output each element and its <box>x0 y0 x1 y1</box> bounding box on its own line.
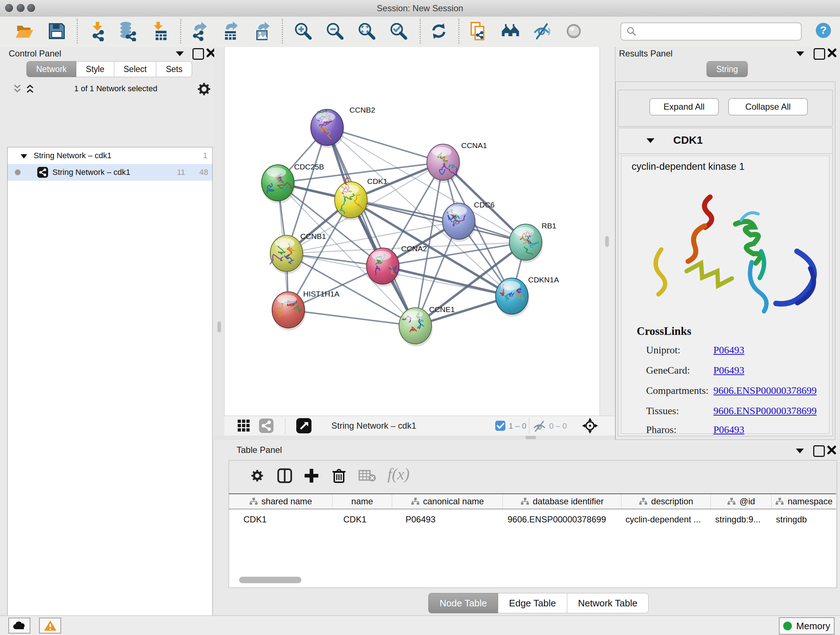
network-node-cdc25b[interactable]: CDC25B <box>262 163 324 203</box>
crosslink-compartments-link[interactable]: 9606.ENSP00000378699 <box>714 385 816 396</box>
zoom-fit-button[interactable] <box>357 21 377 41</box>
tab-network[interactable]: Network <box>27 61 76 77</box>
zoom-selected-button[interactable] <box>388 21 409 41</box>
horizontal-splitter-handle[interactable] <box>525 436 536 439</box>
search-input[interactable] <box>621 22 802 41</box>
network-node-rb1[interactable]: RB1 <box>509 222 556 263</box>
column-header-description[interactable]: description <box>622 494 711 509</box>
delete-table-icon-disabled[interactable] <box>358 468 377 484</box>
right-splitter-handle[interactable] <box>605 236 609 247</box>
left-splitter-handle[interactable] <box>218 321 221 333</box>
column-header-namespace[interactable]: namespace <box>772 494 836 509</box>
tab-select[interactable]: Select <box>114 61 156 77</box>
network-node-ccne1[interactable]: CCNE1 <box>399 305 455 347</box>
zoom-in-button[interactable] <box>293 21 313 41</box>
apply-layout-button[interactable] <box>429 21 449 41</box>
import-network-database-button[interactable] <box>117 21 137 41</box>
network-edge[interactable] <box>288 310 415 326</box>
network-canvas[interactable]: CCNB2CCNA1CDC25BCDK1CDC6RB1CCNB1CCNA2CDK… <box>224 47 600 416</box>
string-home-button[interactable] <box>500 21 521 41</box>
column-header-id[interactable]: @id <box>711 494 772 509</box>
save-session-button[interactable] <box>47 21 67 41</box>
column-header-database-identifier[interactable]: database identifier <box>503 494 622 509</box>
results-panel-menu-icon[interactable] <box>796 51 804 56</box>
network-node-ccnb1[interactable]: CCNB1 <box>270 232 326 274</box>
crosslink-genecard-link[interactable]: P06493 <box>714 364 745 376</box>
column-header-canonical-name[interactable]: canonical name <box>392 494 503 509</box>
tab-node-table[interactable]: Node Table <box>428 593 498 613</box>
table-gear-icon[interactable] <box>249 468 265 484</box>
control-panel-menu-icon[interactable] <box>176 51 184 56</box>
results-panel-float-icon[interactable] <box>813 48 825 60</box>
network-node-hist1h1a[interactable]: HIST1H1A <box>272 290 339 331</box>
function-builder-icon-disabled[interactable]: f(x) <box>387 465 409 483</box>
column-header-shared-name[interactable]: shared name <box>229 494 332 509</box>
zoom-out-button[interactable] <box>325 21 345 41</box>
hide-graphics-button[interactable] <box>532 21 553 41</box>
network-edge[interactable] <box>327 127 443 162</box>
network-node-cdkn1a[interactable]: CDKN1A <box>496 276 559 317</box>
selected-checkbox-icon[interactable] <box>495 421 505 431</box>
expand-all-networks-icon[interactable] <box>25 84 35 94</box>
string-network-graph[interactable]: CCNB2CCNA1CDC25BCDK1CDC6RB1CCNB1CCNA2CDK… <box>225 47 600 416</box>
collapse-all-button[interactable]: Collapse All <box>728 98 808 116</box>
column-header-name[interactable]: name <box>332 494 392 509</box>
memory-button[interactable]: Memory <box>779 617 835 635</box>
collapse-all-networks-icon[interactable] <box>12 84 23 94</box>
network-node-ccna2[interactable]: CCNA2 <box>366 244 427 287</box>
control-panel-float-icon[interactable] <box>193 48 204 60</box>
cloud-button[interactable] <box>8 618 30 633</box>
tab-network-table[interactable]: Network Table <box>567 593 649 613</box>
network-options-gear-icon[interactable] <box>197 82 211 96</box>
table-panel-menu-icon[interactable] <box>796 448 804 453</box>
grid-view-icon[interactable] <box>237 419 250 432</box>
export-network-button[interactable] <box>189 21 209 41</box>
export-image-button[interactable] <box>252 21 272 41</box>
table-header-row: shared name name canonical name database… <box>229 494 836 509</box>
birds-eye-view-icon[interactable] <box>296 418 312 434</box>
show-preview-button[interactable] <box>564 21 584 41</box>
zoom-fit-icon <box>357 21 377 41</box>
add-column-icon[interactable] <box>303 468 319 484</box>
network-label: String Network – cdk1 <box>52 168 130 177</box>
tab-style[interactable]: Style <box>76 61 114 77</box>
document-network-button[interactable] <box>468 21 488 41</box>
horizontal-scrollbar-thumb[interactable] <box>239 577 302 583</box>
network-share-disabled-icon[interactable] <box>259 418 273 433</box>
right-splitter[interactable] <box>599 47 615 416</box>
open-session-button[interactable] <box>14 21 35 41</box>
hidden-eye-slash-icon[interactable] <box>532 420 546 432</box>
open-folder-icon <box>14 21 35 41</box>
network-edge[interactable] <box>327 127 415 326</box>
table-panel-float-icon[interactable] <box>813 445 825 457</box>
collection-expand-arrow-icon[interactable] <box>20 153 28 160</box>
table-panel-close-icon[interactable] <box>827 445 836 455</box>
tab-sets[interactable]: Sets <box>156 61 192 77</box>
gene-collapse-arrow-icon[interactable] <box>646 138 654 143</box>
network-edge[interactable] <box>351 200 526 242</box>
crosslink-uniprot-link[interactable]: P06493 <box>714 344 745 356</box>
results-panel-close-icon[interactable] <box>827 48 837 57</box>
network-edge[interactable] <box>383 266 512 296</box>
status-bar: Memory <box>0 616 840 635</box>
tab-edge-table[interactable]: Edge Table <box>498 593 567 613</box>
import-network-file-button[interactable] <box>88 21 108 41</box>
crosslink-pharos-link[interactable]: P06493 <box>714 424 745 435</box>
expand-all-button[interactable]: Expand All <box>649 98 719 116</box>
show-columns-icon[interactable] <box>277 468 293 484</box>
warnings-button[interactable] <box>39 618 61 633</box>
help-button[interactable]: ? <box>815 22 835 42</box>
import-table-file-button[interactable] <box>150 21 170 41</box>
gene-section: CDK1 cyclin-dependent kinase 1 <box>618 128 833 436</box>
tab-string[interactable]: String <box>706 61 748 77</box>
crosshair-icon[interactable] <box>582 417 598 434</box>
network-node-cdc6[interactable]: CDC6 <box>442 201 494 242</box>
cell-namespace: stringdb <box>776 515 807 524</box>
network-collection-row[interactable]: String Network – cdk1 1 <box>8 147 212 164</box>
delete-column-trash-icon[interactable] <box>331 468 347 484</box>
network-row[interactable]: String Network – cdk1 11 48 <box>8 164 212 181</box>
gene-description: cyclin-dependent kinase 1 <box>632 161 745 172</box>
export-table-button[interactable] <box>220 21 240 41</box>
help-icon: ? <box>815 22 832 39</box>
crosslink-tissues-link[interactable]: 9606.ENSP00000378699 <box>714 405 816 417</box>
